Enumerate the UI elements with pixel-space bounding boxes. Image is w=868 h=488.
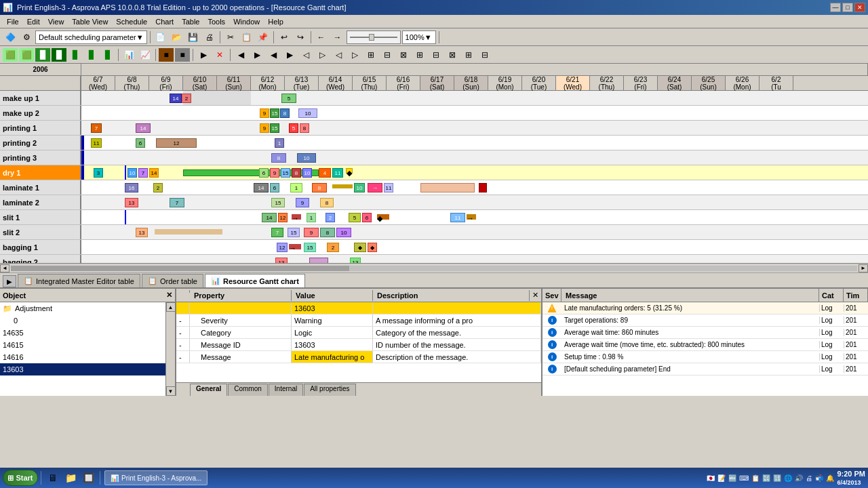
msg-row-2[interactable]: i Target operations: 89 Log 201 (542, 314, 868, 327)
task-bar[interactable]: 14 (170, 94, 182, 103)
task-bar[interactable]: 1 (275, 138, 284, 148)
tb-arrow5[interactable]: ◁ (298, 48, 313, 62)
task-bar[interactable] (309, 258, 328, 263)
task-bar[interactable]: 13 (275, 258, 288, 263)
tb-save[interactable]: 💾 (186, 30, 201, 44)
taskbar-icon-3[interactable]: 🔲 (81, 470, 96, 485)
scroll-down[interactable]: ▼ (166, 386, 176, 396)
task-bar[interactable]: 8 (312, 183, 327, 192)
task-end-marker[interactable] (479, 183, 487, 192)
sub-tab-general[interactable]: General (190, 384, 227, 396)
task-bar[interactable]: 7 (170, 198, 184, 207)
msg-row-4[interactable]: i Average wait time (move time, etc. sub… (542, 339, 868, 351)
tb-misc3[interactable]: ⊠ (396, 48, 411, 62)
start-button[interactable]: ⊞ Start (3, 470, 38, 486)
tb-arrow1[interactable]: ◀ (233, 48, 248, 62)
tb-color1[interactable]: ■ (159, 48, 174, 62)
task-diamond[interactable]: ◆ (346, 168, 353, 174)
task-bar[interactable]: 15 (281, 168, 290, 178)
tab-expand-button[interactable]: ▶ (3, 275, 16, 287)
tb-open[interactable]: 📂 (170, 30, 184, 44)
task-bar[interactable]: 10 (336, 228, 351, 237)
gantt-horizontal-scrollbar[interactable]: ◄ ► (0, 263, 868, 272)
tb-gantt6[interactable]: ▊ (84, 48, 99, 62)
task-bar[interactable]: 5 (281, 94, 296, 103)
task-bar[interactable]: 7 (91, 123, 102, 133)
msg-row-3[interactable]: i Average wait time: 860 minutes Log 201 (542, 327, 868, 339)
menu-tools[interactable]: Tools (203, 16, 229, 27)
task-bar[interactable]: 7 (138, 168, 148, 178)
zoom-input[interactable]: 100% ▼ (402, 30, 436, 44)
task-arr3[interactable]: → (289, 244, 301, 249)
left-panel-close-icon[interactable]: ✕ (166, 291, 172, 300)
close-button[interactable]: ✕ (854, 3, 865, 12)
task-bar[interactable]: 12 (278, 213, 288, 222)
task-bar[interactable]: 16 (125, 183, 138, 192)
task-bar[interactable]: 12 (277, 243, 288, 252)
tb-copy[interactable]: 📋 (239, 30, 254, 44)
prop-row-3[interactable]: - Category Logic Category of the message… (176, 327, 541, 339)
tb-chart2[interactable]: 📈 (138, 48, 153, 62)
task-bar[interactable]: 13 (136, 228, 148, 237)
menu-view[interactable]: View (44, 16, 68, 27)
menu-file[interactable]: File (3, 16, 23, 27)
tb-new[interactable]: 📄 (153, 30, 168, 44)
task-bar[interactable]: 15 (271, 198, 285, 207)
prop-row-5[interactable]: - Message Late manufacturing o Descripti… (176, 351, 541, 363)
left-panel-scrollbar[interactable]: ▲ ▼ (165, 302, 175, 396)
tb-misc1[interactable]: ⊞ (363, 48, 378, 62)
task-bar[interactable]: 5 (349, 213, 361, 222)
tb-paste[interactable]: 📌 (256, 30, 271, 44)
tree-item-13603[interactable]: 13603 (0, 363, 165, 375)
menu-table[interactable]: Table (178, 16, 203, 27)
tree-item-14615[interactable]: 14615 (0, 339, 165, 351)
task-bar[interactable]: 5 (289, 123, 298, 133)
tb-redo[interactable]: ↪ (293, 30, 308, 44)
tb-color2[interactable]: ■ (175, 48, 190, 62)
tb-arrow2[interactable]: ▶ (250, 48, 264, 62)
task-bar[interactable]: 10 (127, 168, 137, 178)
tb-gantt7[interactable]: ▊ (100, 48, 115, 62)
task-bar[interactable]: 11 (450, 213, 465, 222)
task-bar[interactable]: 9 (260, 123, 269, 133)
task-bar[interactable]: 10 (302, 168, 312, 178)
task-bar[interactable]: 14 (262, 213, 277, 222)
task-bar[interactable]: 8 (320, 228, 335, 237)
menu-schedule[interactable]: Schedule (112, 16, 151, 27)
task-bar[interactable]: 10 (354, 183, 365, 192)
task-bar[interactable]: 8 (292, 168, 301, 178)
prop-row-2[interactable]: - Severity Warning A message informing o… (176, 314, 541, 327)
task-bar[interactable]: 15 (288, 228, 300, 237)
tb-misc2[interactable]: ⊟ (380, 48, 395, 62)
task-arrow[interactable] (332, 184, 353, 188)
tb-arrow7[interactable]: ◁ (331, 48, 346, 62)
task-bar[interactable]: 12 (156, 138, 197, 148)
menu-table-view[interactable]: Table View (68, 16, 112, 27)
task-bar[interactable]: 6 (259, 168, 269, 178)
scroll-right-button[interactable]: ► (859, 264, 868, 272)
menu-window[interactable]: Window (229, 16, 264, 27)
tab-integrated-master[interactable]: 📋 Integrated Master Editor table (18, 274, 140, 287)
tb-misc5[interactable]: ⊟ (429, 48, 443, 62)
task-bar[interactable]: 1 (307, 213, 316, 222)
slider-area[interactable] (347, 30, 401, 44)
task-bar-long3[interactable] (155, 229, 222, 235)
tb-misc7[interactable]: ⊞ (461, 48, 476, 62)
taskbar-icon-1[interactable]: 🖥 (45, 470, 60, 485)
task-bar[interactable]: 8 (320, 198, 334, 207)
tree-item-0[interactable]: 0 (0, 314, 165, 327)
task-bar[interactable]: 9 (304, 228, 319, 237)
tb-gantt5[interactable]: ▊ (68, 48, 83, 62)
task-bar[interactable]: 1 (290, 183, 302, 192)
minimize-button[interactable]: — (830, 3, 841, 12)
task-bar[interactable]: → (368, 183, 382, 192)
tb-gantt2[interactable]: 🟩 (19, 48, 34, 62)
task-bar[interactable]: 11 (91, 138, 102, 148)
menu-chart[interactable]: Chart (151, 16, 178, 27)
task-bar[interactable]: 8 (280, 108, 290, 118)
sub-tab-internal[interactable]: Internal (269, 384, 303, 396)
task-bar[interactable]: 14 (254, 183, 269, 192)
tb-schedule-stop[interactable]: ✕ (212, 48, 227, 62)
task-arrow2[interactable]: → (467, 214, 476, 220)
task-bar[interactable]: 2 (327, 243, 339, 252)
